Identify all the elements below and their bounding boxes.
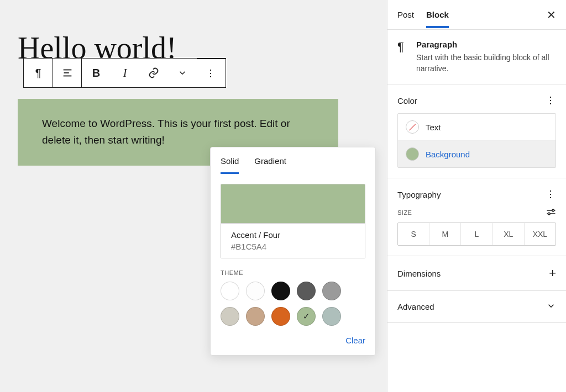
swatch-tan[interactable] [221,307,239,326]
text-color-row[interactable]: Text [398,114,555,140]
tab-gradient[interactable]: Gradient [254,156,286,174]
text-color-label: Text [426,123,441,132]
color-info: Accent / Four #B1C5A4 [221,224,365,258]
color-popover: Solid Gradient Accent / Four #B1C5A4 THE… [210,147,376,356]
swatch-orange[interactable] [271,307,290,326]
color-options-icon[interactable]: ⋯ [545,96,557,105]
swatch-sand[interactable] [246,307,265,326]
plus-icon: + [549,266,556,280]
svg-point-6 [548,213,550,215]
swatch-base-two[interactable] [246,282,265,300]
tab-post[interactable]: Post [397,1,414,28]
link-icon[interactable] [139,59,168,87]
color-hex: #B1C5A4 [231,242,355,251]
theme-label: THEME [221,269,365,276]
background-color-label: Background [426,150,470,159]
size-m[interactable]: M [429,223,460,245]
background-swatch-icon [406,147,419,161]
color-panel: Color ⋯ Text Background [387,84,566,178]
block-name: Paragraph [416,40,556,49]
more-options-icon[interactable]: ⋯ [197,59,226,87]
dimensions-panel[interactable]: Dimensions + [387,256,566,291]
size-xl[interactable]: XL [492,223,524,245]
tab-block[interactable]: Block [426,1,449,28]
theme-swatches [221,282,365,326]
swatch-gray[interactable] [322,282,341,300]
size-label: SIZE [397,209,412,216]
swatch-black[interactable] [271,282,290,300]
size-xxl[interactable]: XXL [524,223,555,245]
swatch-accent-four[interactable] [297,307,316,326]
size-settings-icon[interactable] [546,208,556,217]
size-s[interactable]: S [398,223,429,245]
bold-icon[interactable]: B [82,59,111,87]
advanced-panel[interactable]: Advanced [387,291,566,323]
typography-options-icon[interactable]: ⋯ [545,189,557,199]
background-color-row[interactable]: Background [398,140,555,167]
size-presets: SMLXLXXL [397,223,556,246]
swatch-dark-gray[interactable] [297,282,316,300]
paragraph-icon[interactable]: ¶ [24,59,53,87]
typography-panel: Typography ⋯ SIZE SMLXLXXL [387,178,566,256]
tab-solid[interactable]: Solid [221,156,239,174]
chevron-down-icon[interactable] [168,59,197,87]
swatch-sage[interactable] [322,307,341,326]
color-name: Accent / Four [231,230,355,240]
align-icon[interactable] [53,59,81,87]
svg-point-4 [552,209,554,211]
color-panel-title: Color [397,96,417,105]
settings-sidebar: Post Block ✕ ¶ Paragraph Start with the … [387,0,566,392]
color-preview[interactable] [221,184,365,224]
editor-canvas: Hello world! ¶ B I ⋯ Welcome to WordPres… [0,0,387,392]
advanced-label: Advanced [397,302,434,311]
block-summary: ¶ Paragraph Start with the basic buildin… [387,30,566,84]
close-icon[interactable]: ✕ [547,8,556,22]
chevron-down-icon [546,301,556,312]
paragraph-icon: ¶ [397,40,408,74]
no-color-icon [406,120,419,134]
italic-icon[interactable]: I [111,59,139,87]
size-l[interactable]: L [460,223,492,245]
block-desc: Start with the basic building block of a… [416,52,556,74]
swatch-base[interactable] [221,282,239,300]
clear-button[interactable]: Clear [345,336,365,345]
dimensions-label: Dimensions [397,269,441,278]
typography-title: Typography [397,190,441,199]
block-toolbar: ¶ B I ⋯ [23,58,226,88]
